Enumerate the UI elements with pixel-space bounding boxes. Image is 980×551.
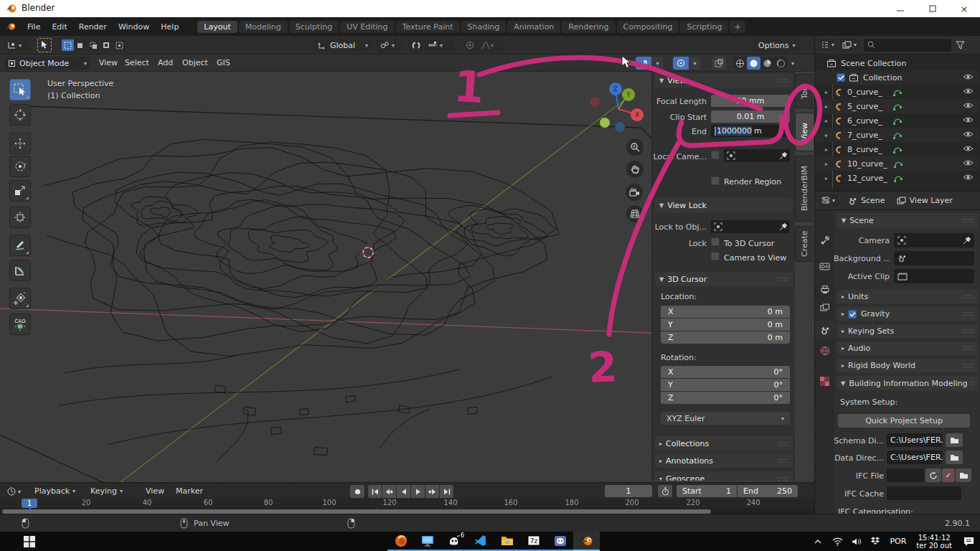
notification-icon[interactable]	[963, 537, 974, 547]
select-mode-tweak[interactable]	[62, 39, 74, 51]
pan-hand-button[interactable]	[626, 161, 644, 178]
timeline-menu-keying[interactable]: Keying▾	[90, 486, 123, 496]
dropbox-icon[interactable]	[870, 537, 880, 546]
cursor-rx-field[interactable]: X0°	[661, 366, 790, 378]
transform-orientation-dropdown[interactable]: Global ▾	[314, 39, 372, 52]
record-button[interactable]	[350, 485, 364, 498]
tab-scene-properties[interactable]	[815, 321, 834, 339]
viewport-menu-gis[interactable]: GIS	[211, 58, 236, 67]
expand-icon[interactable]: ▸	[825, 103, 828, 110]
gravity-panel-header[interactable]: ▸Gravity::::	[837, 307, 978, 321]
shading-solid-button[interactable]	[747, 57, 760, 70]
preview-range-toggle[interactable]	[658, 485, 672, 497]
taskbar-discord[interactable]	[547, 532, 573, 551]
start-button[interactable]	[13, 532, 46, 551]
pivot-point-dropdown[interactable]: ▾	[377, 39, 404, 52]
cursor-panel-header[interactable]: ▼ 3D Cursor ::::	[655, 272, 793, 286]
data-dir-field[interactable]: C:\Users\FER...	[887, 451, 943, 464]
tab-world-properties[interactable]	[815, 342, 834, 359]
tab-tool-properties[interactable]	[815, 232, 834, 249]
snap-settings-dropdown[interactable]: ▾	[425, 39, 453, 52]
select-mode-lasso[interactable]	[100, 39, 113, 51]
proportional-toggle-viewport[interactable]	[673, 57, 689, 70]
drag-handle-icon[interactable]: ::::	[778, 476, 788, 481]
options-dropdown[interactable]: Options ▾	[753, 39, 801, 52]
select-mode-box[interactable]	[75, 39, 87, 51]
frame-start-field[interactable]: Start1	[677, 485, 737, 497]
taskbar-display-app[interactable]	[414, 532, 440, 551]
active-tool-select-box-indicator[interactable]	[37, 38, 52, 52]
tool-select-box[interactable]	[9, 79, 31, 100]
tool-transform[interactable]	[9, 207, 31, 228]
tool-rotate[interactable]	[9, 156, 31, 177]
taskbar-firefox[interactable]	[387, 532, 414, 551]
cursor-ry-field[interactable]: Y0°	[661, 379, 790, 391]
workspace-tab-uv-editing[interactable]: UV Editing	[340, 21, 394, 33]
volume-icon[interactable]	[852, 537, 862, 546]
tab-render-properties[interactable]	[815, 258, 834, 275]
shading-rendered-button[interactable]	[774, 57, 788, 70]
workspace-tab-layout[interactable]: Layout	[197, 21, 237, 33]
tab-texture-properties[interactable]	[815, 372, 834, 390]
blender-menu-button[interactable]	[0, 17, 22, 36]
ifc-cache-field[interactable]	[887, 486, 961, 500]
outliner-filter-collection-dropdown[interactable]: ▾	[839, 39, 859, 52]
taskbar-gimp[interactable]: 6	[440, 532, 467, 551]
workspace-tab-scripting[interactable]: Scripting	[680, 21, 728, 33]
chevron-down-icon[interactable]: ▾	[689, 57, 700, 70]
eyedropper-icon[interactable]	[779, 152, 787, 160]
tab-view-layer-properties[interactable]	[815, 299, 834, 316]
mode-dropdown[interactable]: Object Mode ▾	[4, 57, 90, 70]
current-frame-marker[interactable]: 1	[22, 499, 37, 508]
clip-end-field[interactable]: 1000000 m	[711, 125, 790, 137]
units-panel-header[interactable]: ▸Units::::	[837, 290, 978, 303]
tray-language[interactable]: POR	[890, 537, 906, 546]
tool-measure[interactable]	[9, 260, 31, 281]
drag-handle-icon[interactable]: ::::	[963, 217, 974, 224]
proportional-falloff-dropdown[interactable]: ▾	[478, 39, 504, 52]
filter-funnel-icon[interactable]	[956, 41, 965, 50]
hide-icon[interactable]	[963, 159, 974, 169]
gravity-checkbox[interactable]	[848, 310, 857, 319]
menu-help[interactable]: Help	[155, 22, 184, 32]
ifc-reload-button[interactable]	[925, 468, 941, 482]
minimize-button[interactable]	[884, 0, 916, 17]
rigid-body-panel-header[interactable]: ▸Rigid Body World::::	[837, 359, 978, 372]
ifc-file-field[interactable]	[887, 468, 924, 482]
eyedropper-icon[interactable]	[779, 223, 787, 231]
chevron-down-icon[interactable]: ▾	[788, 57, 798, 70]
outliner-row-scene-collection[interactable]: Scene Collection	[815, 56, 979, 70]
expand-icon[interactable]: ▸	[825, 175, 828, 182]
data-dir-browse-button[interactable]	[946, 451, 963, 464]
sidebar-tab-create[interactable]: Create	[795, 226, 814, 262]
drag-handle-icon[interactable]: ::::	[778, 458, 788, 464]
outliner-row-curve[interactable]: ▸0_curve_	[815, 85, 979, 99]
taskbar-explorer[interactable]	[494, 532, 520, 551]
shading-material-button[interactable]	[760, 57, 774, 70]
prev-keyframe-button[interactable]	[382, 485, 396, 498]
view-lock-panel-header[interactable]: ▼ View Lock	[655, 198, 793, 212]
camera-to-view-checkbox[interactable]	[711, 252, 720, 260]
collection-checkbox[interactable]	[837, 73, 845, 82]
workspace-tab-shading[interactable]: Shading	[461, 21, 507, 33]
hide-icon[interactable]	[963, 102, 974, 111]
breadcrumb-view-layer[interactable]: View Layer	[910, 196, 953, 205]
schema-dir-browse-button[interactable]	[946, 433, 963, 447]
sidebar-tab-view[interactable]: View	[795, 113, 814, 151]
eyedropper-icon[interactable]	[963, 237, 971, 245]
rotation-order-dropdown[interactable]: XYZ Euler ▾	[661, 412, 790, 425]
play-button[interactable]	[411, 485, 425, 498]
outliner-search-input[interactable]	[875, 40, 940, 50]
timeline-scrollbar[interactable]	[2, 509, 711, 514]
expand-icon[interactable]: ▸	[825, 132, 828, 138]
expand-icon[interactable]: ▸	[825, 146, 828, 153]
tab-output-properties[interactable]	[815, 281, 834, 298]
taskbar-vscode[interactable]	[467, 532, 494, 551]
select-mode-intersect[interactable]	[113, 39, 126, 51]
sidebar-tab-tool[interactable]: Tool	[795, 74, 814, 108]
close-button[interactable]: ×	[948, 0, 980, 17]
perspective-toggle-button[interactable]	[626, 205, 644, 222]
viewport-menu-add[interactable]: Add	[152, 58, 179, 67]
tool-move[interactable]	[9, 133, 31, 154]
taskbar-7zip[interactable]: 7z	[520, 532, 547, 551]
